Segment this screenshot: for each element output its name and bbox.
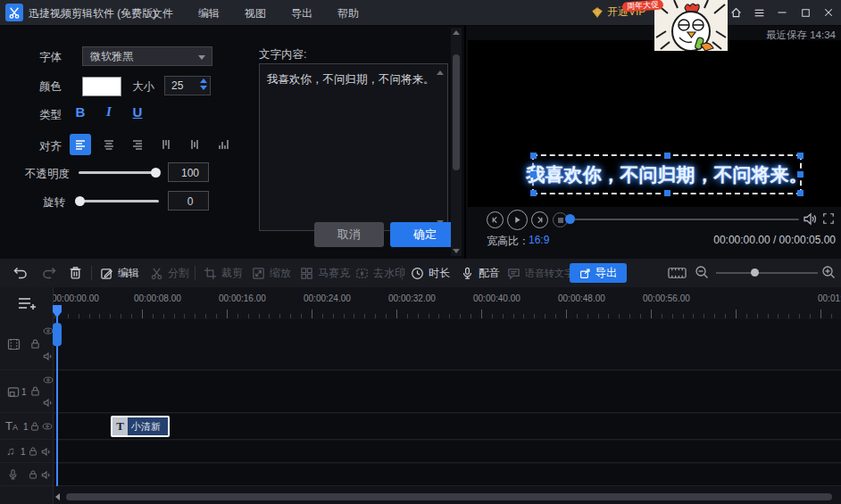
seek-bar[interactable]: [569, 219, 799, 220]
fit-timeline-icon[interactable]: [668, 267, 687, 279]
panel-scrollbar-thumb[interactable]: [453, 54, 460, 170]
resize-handle[interactable]: [664, 153, 670, 159]
zoom-out-icon[interactable]: [695, 265, 709, 279]
text-track-lane[interactable]: T 小清新: [54, 414, 841, 439]
undo-button[interactable]: [12, 265, 29, 281]
resize-handle[interactable]: [664, 190, 670, 196]
toolbar-split-button[interactable]: 分割: [150, 264, 189, 282]
italic-button[interactable]: I: [100, 104, 118, 120]
eye-icon[interactable]: [42, 422, 53, 431]
menu-export[interactable]: 导出: [291, 6, 312, 21]
resize-handle[interactable]: [530, 153, 537, 159]
menu-help[interactable]: 帮助: [337, 6, 359, 21]
timeline-ruler[interactable]: 00:00:00.00 00:00:08.00 00:00:16.00 00:0…: [54, 287, 841, 318]
color-swatch[interactable]: [82, 77, 121, 96]
toolbar-edit-button[interactable]: 编辑: [100, 264, 139, 282]
scroll-left-icon[interactable]: [55, 493, 60, 500]
export-button[interactable]: 导出: [570, 263, 627, 283]
rotate-input[interactable]: [169, 192, 212, 211]
seek-handle[interactable]: [565, 214, 575, 224]
align-center-button[interactable]: [98, 134, 120, 155]
resize-handle[interactable]: [797, 171, 804, 178]
eye-icon[interactable]: [43, 376, 54, 384]
text-overlay-selection[interactable]: 我喜欢你，不问归期，不问将来。: [532, 154, 802, 194]
speaker-icon[interactable]: [41, 447, 52, 457]
redo-button[interactable]: [41, 265, 57, 281]
align-vertical-bottom-button[interactable]: [212, 134, 234, 155]
text-content-input[interactable]: 我喜欢你，不问归期，不问将来。: [259, 63, 448, 231]
opacity-slider-thumb[interactable]: [151, 168, 161, 178]
timeline-zoom-slider-thumb[interactable]: [751, 269, 759, 277]
lock-icon[interactable]: [29, 421, 40, 432]
scroll-down-icon[interactable]: [453, 249, 460, 253]
toolbar-zoom-button[interactable]: 缩放: [252, 264, 291, 282]
font-select[interactable]: 微软雅黑: [82, 46, 212, 66]
resize-handle[interactable]: [797, 190, 804, 196]
resize-handle[interactable]: [530, 190, 537, 196]
toolbar-duration-button[interactable]: 时长: [411, 264, 450, 282]
volume-icon[interactable]: [803, 212, 818, 226]
toolbar-speech-to-text-button[interactable]: 语音转文字: [507, 264, 574, 282]
close-button[interactable]: [821, 5, 836, 20]
fullscreen-icon[interactable]: [822, 212, 835, 225]
record-track-lane[interactable]: [54, 464, 841, 485]
panel-scrollbar[interactable]: [451, 28, 462, 256]
lock-icon[interactable]: [28, 446, 38, 457]
size-down-icon[interactable]: [200, 86, 207, 90]
speaker-icon[interactable]: [43, 351, 54, 361]
track-manager-icon[interactable]: [18, 296, 37, 310]
textarea-scroll-up-icon[interactable]: [437, 70, 444, 75]
font-size-stepper[interactable]: [164, 76, 211, 95]
opacity-input[interactable]: [169, 163, 212, 183]
home-icon[interactable]: [729, 5, 743, 20]
timeline-hscrollbar-thumb[interactable]: [66, 493, 832, 500]
cancel-button[interactable]: 取消: [314, 222, 384, 247]
menu-file[interactable]: 文件: [152, 6, 173, 21]
next-frame-button[interactable]: [531, 211, 548, 228]
playhead-clip-marker[interactable]: [53, 323, 62, 346]
timeline-zoom-slider[interactable]: [716, 272, 818, 274]
toolbar-watermark-button[interactable]: 去水印: [355, 264, 405, 282]
speaker-icon[interactable]: [41, 470, 52, 480]
toolbar-voiceover-button[interactable]: 配音: [461, 264, 500, 282]
underline-button[interactable]: U: [129, 104, 146, 120]
rotate-slider[interactable]: [79, 200, 159, 202]
font-size-input[interactable]: [165, 77, 200, 95]
opacity-slider[interactable]: [79, 171, 159, 174]
play-button[interactable]: [507, 210, 528, 230]
maximize-button[interactable]: [798, 5, 812, 20]
toolbar-mosaic-button[interactable]: 马赛克: [300, 264, 350, 282]
rotate-label: 旋转: [43, 195, 65, 211]
toolbar-crop-button[interactable]: 裁剪: [204, 264, 243, 282]
scroll-up-icon[interactable]: [453, 30, 460, 35]
text-clip[interactable]: T 小清新: [111, 416, 170, 437]
aspect-ratio-value[interactable]: 16:9: [529, 234, 549, 246]
delete-button[interactable]: [68, 265, 84, 281]
align-left-button[interactable]: [70, 134, 91, 155]
timeline-hscrollbar[interactable]: [54, 492, 841, 502]
microphone-icon: [7, 468, 19, 481]
menu-view[interactable]: 视图: [245, 6, 266, 21]
prev-frame-button[interactable]: [487, 211, 504, 228]
lock-icon[interactable]: [29, 338, 41, 350]
music-track-lane[interactable]: [54, 441, 841, 462]
resize-handle[interactable]: [530, 171, 537, 178]
align-right-button[interactable]: [127, 134, 148, 155]
lock-icon[interactable]: [29, 385, 41, 397]
resize-handle[interactable]: [797, 153, 804, 159]
menu-hamburger-icon[interactable]: [752, 5, 766, 20]
video-track-lane[interactable]: [54, 319, 841, 369]
align-label: 对齐: [39, 139, 62, 154]
zoom-in-icon[interactable]: [821, 265, 836, 279]
menu-edit[interactable]: 编辑: [198, 6, 220, 21]
minimize-button[interactable]: [775, 5, 789, 20]
size-up-icon[interactable]: [200, 78, 207, 83]
confirm-button[interactable]: 确定: [390, 222, 460, 247]
align-vertical-top-button[interactable]: [155, 134, 177, 155]
align-vertical-middle-button[interactable]: [184, 134, 205, 155]
rotate-slider-thumb[interactable]: [75, 196, 85, 206]
bold-button[interactable]: B: [71, 104, 89, 120]
speaker-icon[interactable]: [43, 398, 54, 408]
lock-icon[interactable]: [28, 469, 38, 480]
pip-track-lane[interactable]: [54, 371, 841, 412]
